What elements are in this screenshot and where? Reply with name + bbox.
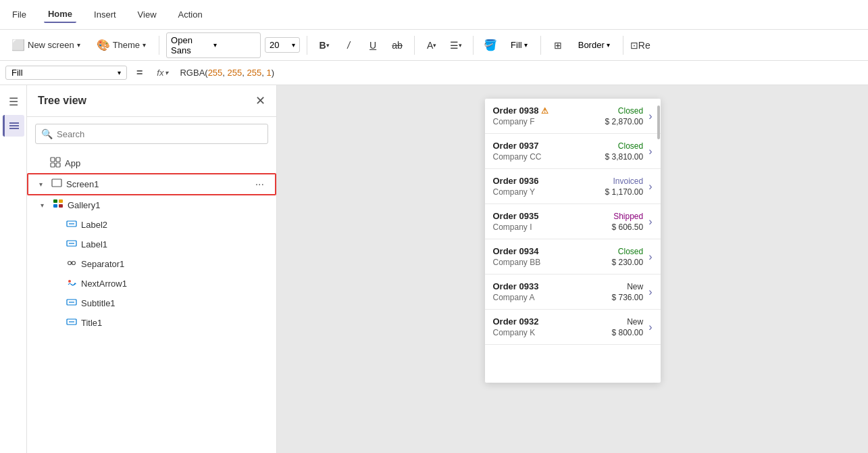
gallery-company: Company I (493, 222, 612, 232)
tree-close-button[interactable]: ✕ (255, 93, 265, 108)
label2-label: Label2 (81, 220, 265, 230)
gallery-arrow-icon[interactable]: › (648, 251, 652, 263)
gallery-row[interactable]: Order 0937 Company CC Closed $ 3,810.00 … (485, 134, 661, 169)
gallery-arrow-icon[interactable]: › (648, 216, 652, 228)
menu-action[interactable]: Action (174, 7, 207, 22)
menu-home[interactable]: Home (44, 6, 76, 23)
menu-file[interactable]: File (8, 7, 30, 22)
main-area: ☰ Tree view ✕ 🔍 App (0, 85, 868, 453)
size-chevron: ▾ (292, 41, 295, 49)
svg-rect-8 (53, 199, 57, 203)
bold-button[interactable]: B ▾ (314, 35, 334, 55)
gallery-order-title: Order 0932 (493, 316, 612, 327)
border-icon-button[interactable]: ⊞ (548, 35, 568, 55)
fill-chevron: ▾ (524, 41, 528, 49)
gallery-order-title: Order 0933 (493, 281, 612, 291)
font-selector[interactable]: Open Sans ▾ (166, 32, 261, 58)
hamburger-menu-icon[interactable]: ☰ (3, 91, 24, 112)
gallery-status: Invoiced (613, 176, 643, 186)
gallery-row-content: Order 0934 Company BB (493, 246, 612, 267)
subtitle1-label: Subtitle1 (81, 298, 265, 308)
layers-icon[interactable] (3, 115, 24, 137)
gallery-row[interactable]: Order 0935 Company I Shipped $ 606.50 › (485, 204, 661, 239)
border-label: Border (578, 40, 605, 50)
strikethrough-button[interactable]: ab (387, 35, 407, 55)
tree-item-separator1[interactable]: Separator1 (27, 254, 276, 274)
font-size-selector[interactable]: 20 ▾ (265, 37, 300, 53)
strikethrough-icon: ab (392, 40, 403, 51)
gallery-row[interactable]: Order 0932 Company K New $ 800.00 › (485, 310, 661, 345)
formula-dropdown[interactable]: Fill ▾ (5, 66, 127, 80)
gallery-row-right: Closed $ 3,810.00 (605, 141, 643, 162)
formula-input[interactable]: RGBA(255, 255, 255, 1) (177, 66, 863, 79)
search-icon: 🔍 (41, 128, 53, 139)
svg-rect-5 (51, 163, 55, 167)
fill-button[interactable]: Fill ▾ (505, 37, 534, 53)
gallery-row[interactable]: Order 0933 Company A New $ 736.00 › (485, 275, 661, 310)
alignment-chevron: ▾ (459, 42, 462, 49)
gallery-row-right: New $ 800.00 (611, 317, 643, 337)
search-box[interactable]: 🔍 (35, 124, 268, 144)
scrollbar-thumb[interactable] (657, 105, 660, 139)
svg-rect-3 (51, 158, 55, 162)
screen1-more-icon[interactable]: ··· (255, 178, 264, 191)
tree-item-label1[interactable]: Label1 (27, 235, 276, 254)
gallery-amount: $ 736.00 (611, 293, 643, 302)
fill-color-icon-button[interactable]: 🪣 (480, 35, 501, 55)
gallery1-label: Gallery1 (68, 200, 265, 210)
tree-item-screen1[interactable]: ▾ Screen1 ··· (27, 173, 276, 195)
tree-item-label2[interactable]: Label2 (27, 215, 276, 235)
gallery-row-content: Order 0938 ⚠ Company F (493, 105, 605, 126)
gallery-amount: $ 2,870.00 (605, 117, 643, 126)
app-icon (50, 157, 61, 170)
fill-label: Fill (511, 40, 522, 50)
gallery1-expand-icon: ▾ (41, 201, 49, 209)
new-screen-icon: ⬜ (11, 39, 25, 51)
svg-rect-1 (9, 125, 19, 126)
gallery-order-title: Order 0938 ⚠ (493, 105, 605, 116)
fx-label: fx (157, 68, 163, 78)
gallery-row[interactable]: Order 0936 Company Y Invoiced $ 1,170.00… (485, 169, 661, 204)
re-button[interactable]: ⊡ Re (630, 35, 650, 55)
menu-insert[interactable]: Insert (90, 7, 120, 22)
label2-icon (66, 218, 77, 231)
tree-item-nextarrow1[interactable]: NextArrow1 (27, 274, 276, 293)
theme-label: Theme (113, 40, 140, 50)
underline-button[interactable]: U (363, 35, 383, 55)
nextarrow1-label: NextArrow1 (81, 279, 265, 289)
border-button[interactable]: Border ▾ (572, 37, 616, 53)
gallery-row-right: Closed $ 230.00 (611, 247, 643, 267)
title1-icon (66, 316, 77, 329)
tree-item-app[interactable]: App (27, 153, 276, 173)
gallery-row[interactable]: Order 0938 ⚠ Company F Closed $ 2,870.00… (485, 99, 661, 134)
search-input[interactable] (57, 129, 262, 139)
gallery-amount: $ 230.00 (611, 258, 643, 267)
gallery-row[interactable]: Order 0934 Company BB Closed $ 230.00 › (485, 239, 661, 275)
gallery-row-content: Order 0935 Company I (493, 211, 612, 232)
gallery1-icon (53, 199, 63, 212)
formula-bar: Fill ▾ = fx ▾ RGBA(255, 255, 255, 1) (0, 61, 868, 85)
formula-equals: = (131, 67, 148, 79)
toolbar-sep-4 (473, 36, 474, 55)
gallery-arrow-icon[interactable]: › (648, 110, 652, 122)
gallery-row-content: Order 0936 Company Y (493, 176, 605, 197)
alignment-button[interactable]: ☰ ▾ (446, 35, 466, 55)
tree-item-gallery1[interactable]: ▾ Gallery1 (27, 195, 276, 215)
gallery-arrow-icon[interactable]: › (648, 321, 652, 333)
gallery-arrow-icon[interactable]: › (648, 286, 652, 298)
italic-button[interactable]: / (338, 35, 359, 55)
theme-chevron: ▾ (143, 41, 146, 49)
svg-rect-0 (9, 122, 19, 124)
gallery-amount: $ 606.50 (611, 222, 643, 232)
new-screen-button[interactable]: ⬜ New screen ▾ (5, 35, 86, 55)
gallery-arrow-icon[interactable]: › (648, 145, 652, 158)
menu-view[interactable]: View (134, 7, 161, 22)
tree-item-title1[interactable]: Title1 (27, 313, 276, 333)
theme-button[interactable]: 🎨 Theme ▾ (91, 35, 152, 55)
border-chevron: ▾ (607, 41, 610, 49)
gallery-arrow-icon[interactable]: › (648, 181, 652, 193)
gallery-company: Company F (493, 117, 605, 126)
tree-item-subtitle1[interactable]: Subtitle1 (27, 293, 276, 313)
font-color-button[interactable]: A ▾ (422, 35, 442, 55)
formula-fx-button[interactable]: fx ▾ (152, 66, 173, 80)
